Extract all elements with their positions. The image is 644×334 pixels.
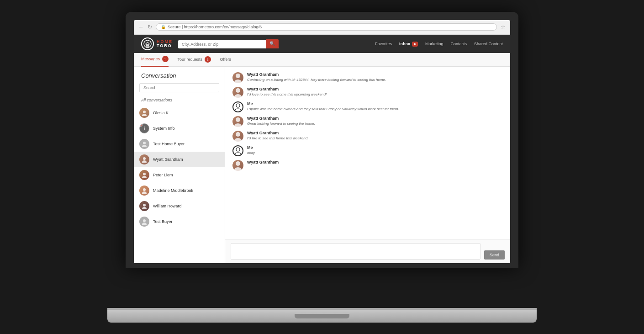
avatar-me bbox=[232, 145, 243, 156]
nav-favorites[interactable]: Favorites bbox=[375, 42, 392, 46]
logo: HOME TORO bbox=[141, 37, 173, 50]
avatar bbox=[232, 87, 243, 98]
svg-point-10 bbox=[143, 188, 146, 191]
browser-back-button[interactable]: ← bbox=[138, 24, 144, 30]
message-row: Wyatt Grantham I'd love to see this home… bbox=[232, 87, 503, 98]
contact-name: Olesia K bbox=[153, 111, 169, 115]
nav-inbox[interactable]: Inbox 6 bbox=[399, 42, 418, 46]
chat-area: Wyatt Grantham Contacting on a listing w… bbox=[225, 67, 510, 263]
avatar bbox=[232, 72, 243, 83]
message-text: I'd like to see this home this weekend. bbox=[247, 136, 503, 140]
bookmark-icon[interactable]: ☆ bbox=[501, 24, 506, 30]
svg-point-3 bbox=[142, 114, 147, 116]
message-row: Me I spoke with the home owners and they… bbox=[232, 101, 503, 112]
avatar bbox=[232, 160, 243, 171]
lock-icon: 🔒 bbox=[161, 25, 166, 29]
avatar bbox=[232, 116, 243, 127]
list-item[interactable]: Madeline Middlebrook bbox=[134, 183, 225, 198]
avatar bbox=[139, 139, 149, 149]
avatar bbox=[139, 170, 149, 180]
list-item[interactable]: Wyatt Grantham bbox=[134, 152, 225, 167]
messages-badge: 1 bbox=[162, 56, 169, 62]
all-conversations-label: All conversations bbox=[134, 96, 225, 105]
search-button[interactable]: 🔍 bbox=[266, 39, 279, 48]
message-sender: Me bbox=[247, 145, 503, 150]
chat-messages: Wyatt Grantham Contacting on a listing w… bbox=[225, 67, 510, 239]
message-sender: Wyatt Grantham bbox=[247, 131, 503, 135]
contact-name: Madeline Middlebrook bbox=[153, 188, 193, 193]
avatar: i 1 bbox=[139, 123, 149, 133]
message-text: Contacting on a listing with id: 432844.… bbox=[247, 78, 503, 82]
avatar bbox=[139, 186, 149, 196]
list-item[interactable]: William Howard bbox=[134, 198, 225, 214]
svg-point-9 bbox=[142, 176, 147, 178]
message-row: Wyatt Grantham Great looking forward to … bbox=[232, 116, 503, 127]
svg-point-8 bbox=[143, 173, 146, 175]
list-item[interactable]: Test Buyer bbox=[134, 214, 225, 229]
avatar bbox=[139, 201, 149, 211]
top-nav: HOME TORO 🔍 Favorites Inbox 6 bbox=[134, 35, 510, 53]
message-sender: Wyatt Grantham bbox=[247, 160, 503, 164]
svg-point-14 bbox=[143, 219, 146, 222]
svg-point-4 bbox=[143, 142, 146, 144]
message-content: Wyatt Grantham bbox=[247, 160, 503, 165]
svg-point-20 bbox=[236, 104, 240, 107]
laptop-base bbox=[107, 310, 537, 323]
message-content: Me I spoke with the home owners and they… bbox=[247, 101, 503, 111]
nav-shared-content[interactable]: Shared Content bbox=[474, 42, 503, 46]
svg-point-18 bbox=[236, 88, 240, 93]
search-input[interactable] bbox=[178, 40, 279, 48]
message-content: Me okay bbox=[247, 145, 503, 155]
avatar bbox=[139, 217, 149, 227]
logo-toro: TORO bbox=[157, 44, 173, 48]
avatar bbox=[232, 131, 243, 142]
send-button[interactable]: Send bbox=[484, 250, 505, 260]
nav-contacts[interactable]: Contacts bbox=[450, 42, 467, 46]
list-item[interactable]: Peter Liem bbox=[134, 167, 225, 183]
svg-point-11 bbox=[142, 191, 147, 194]
avatar-me bbox=[232, 101, 243, 112]
contact-name: Test Buyer bbox=[153, 219, 173, 224]
svg-point-13 bbox=[142, 207, 147, 209]
contact-name: Test Home Buyer bbox=[153, 142, 185, 146]
message-text: I spoke with the home owners and they sa… bbox=[247, 107, 503, 111]
svg-point-19 bbox=[234, 94, 242, 98]
svg-point-6 bbox=[143, 157, 146, 160]
address-bar[interactable]: 🔒 Secure | https://hometoro.com/en/messa… bbox=[156, 23, 497, 31]
list-item[interactable]: Olesia K bbox=[134, 105, 225, 121]
browser-reload-button[interactable]: ↻ bbox=[148, 24, 152, 30]
message-row: Wyatt Grantham Contacting on a listing w… bbox=[232, 72, 503, 83]
svg-point-27 bbox=[234, 167, 242, 171]
svg-point-15 bbox=[142, 223, 147, 225]
nav-marketing[interactable]: Marketing bbox=[425, 42, 443, 46]
conversation-sidebar: Conversation All conversations Ole bbox=[134, 67, 225, 263]
list-item[interactable]: Test Home Buyer bbox=[134, 136, 225, 152]
laptop-notch bbox=[295, 314, 349, 318]
svg-point-21 bbox=[236, 117, 240, 122]
sub-nav-offers[interactable]: Offers bbox=[220, 53, 231, 65]
svg-point-26 bbox=[236, 161, 240, 166]
message-sender: Me bbox=[247, 101, 503, 106]
conversation-search-input[interactable] bbox=[139, 83, 219, 92]
message-row: Wyatt Grantham bbox=[232, 160, 503, 171]
sub-nav-tour-requests[interactable]: Tour requests 3 bbox=[178, 53, 211, 66]
svg-point-12 bbox=[143, 204, 146, 207]
browser-screen: ← ↻ 🔒 Secure | https://hometoro.com/en/m… bbox=[134, 20, 510, 263]
svg-point-22 bbox=[234, 123, 242, 127]
url-text: Secure | https://hometoro.com/en/message… bbox=[168, 25, 262, 29]
main-area: Conversation All conversations Ole bbox=[134, 67, 510, 263]
svg-rect-1 bbox=[146, 44, 149, 47]
app-content: HOME TORO 🔍 Favorites Inbox 6 bbox=[134, 35, 510, 263]
message-sender: Wyatt Grantham bbox=[247, 72, 503, 77]
svg-point-24 bbox=[234, 138, 242, 142]
chat-input[interactable] bbox=[231, 243, 480, 260]
avatar bbox=[139, 108, 149, 118]
laptop-screen: ← ↻ 🔒 Secure | https://hometoro.com/en/m… bbox=[126, 12, 518, 268]
sub-nav-messages[interactable]: Messages 1 bbox=[141, 52, 169, 67]
contact-name: System Info bbox=[153, 126, 175, 131]
contact-name: Wyatt Grantham bbox=[153, 157, 183, 162]
message-sender: Wyatt Grantham bbox=[247, 87, 503, 91]
list-item[interactable]: i 1 System Info bbox=[134, 121, 225, 136]
message-text: okay bbox=[247, 151, 503, 155]
svg-point-2 bbox=[143, 111, 146, 113]
